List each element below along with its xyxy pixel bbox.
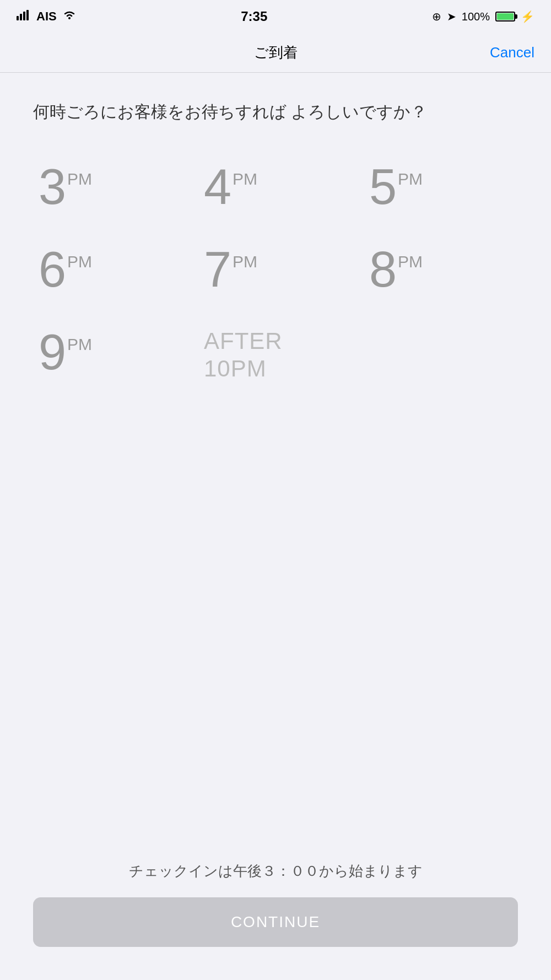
- svg-rect-0: [17, 16, 19, 20]
- time-ampm-5: PM: [398, 170, 423, 189]
- gps-icon: ➤: [447, 10, 456, 23]
- battery-icon: [495, 12, 515, 21]
- svg-point-4: [68, 17, 71, 19]
- time-option-after-10pm[interactable]: AFTER 10PM: [198, 316, 353, 394]
- carrier-name: AIS: [36, 9, 57, 24]
- time-number-6: 6: [39, 245, 65, 294]
- status-bar: AIS 7:35 ⊕ ➤ 100% ⚡: [0, 0, 551, 33]
- wifi-icon: [62, 9, 77, 24]
- checkin-note: チェックインは午後３：００から始まります: [33, 861, 518, 881]
- time-ampm-3: PM: [67, 170, 92, 189]
- time-option-4pm[interactable]: 4 PM: [198, 151, 353, 223]
- svg-rect-2: [23, 12, 25, 20]
- nav-title: ご到着: [254, 43, 298, 62]
- status-right: ⊕ ➤ 100% ⚡: [432, 10, 534, 23]
- time-number-5: 5: [369, 162, 396, 212]
- after-text-line2: 10PM: [204, 355, 347, 383]
- time-grid: 3 PM 4 PM 5 PM 6 PM 7 PM 8 PM 9: [33, 151, 518, 394]
- time-ampm-8: PM: [398, 252, 423, 271]
- charging-icon: ⚡: [521, 10, 534, 23]
- time-number-8: 8: [369, 245, 396, 294]
- time-option-5pm[interactable]: 5 PM: [364, 151, 518, 223]
- time-option-6pm[interactable]: 6 PM: [33, 234, 187, 305]
- battery-percent: 100%: [462, 10, 490, 23]
- bottom-section: チェックインは午後３：００から始まります CONTINUE: [0, 845, 551, 980]
- after-text-line1: AFTER: [204, 327, 347, 355]
- time-ampm-4: PM: [233, 170, 257, 189]
- time-option-3pm[interactable]: 3 PM: [33, 151, 187, 223]
- continue-button[interactable]: CONTINUE: [33, 897, 518, 947]
- svg-rect-1: [20, 14, 22, 20]
- time-ampm-9: PM: [67, 335, 92, 354]
- main-content: 何時ごろにお客様をお待ちすれば よろしいですか？ 3 PM 4 PM 5 PM …: [0, 73, 551, 394]
- time-number-4: 4: [204, 162, 230, 212]
- cancel-button[interactable]: Cancel: [490, 44, 534, 61]
- time-number-3: 3: [39, 162, 65, 212]
- battery-fill: [497, 13, 514, 20]
- time-number-9: 9: [39, 327, 65, 377]
- time-option-9pm[interactable]: 9 PM: [33, 316, 187, 394]
- time-option-8pm[interactable]: 8 PM: [364, 234, 518, 305]
- time-number-7: 7: [204, 245, 230, 294]
- time-ampm-7: PM: [233, 252, 257, 271]
- signal-icon: [17, 9, 31, 24]
- battery-container: [495, 12, 515, 21]
- nav-bar: ご到着 Cancel: [0, 33, 551, 73]
- question-text: 何時ごろにお客様をお待ちすれば よろしいですか？: [33, 100, 518, 123]
- time-option-7pm[interactable]: 7 PM: [198, 234, 353, 305]
- status-time: 7:35: [241, 9, 267, 24]
- time-ampm-6: PM: [67, 252, 92, 271]
- status-left: AIS: [17, 9, 77, 24]
- svg-rect-3: [26, 10, 29, 20]
- location-icon: ⊕: [432, 10, 441, 23]
